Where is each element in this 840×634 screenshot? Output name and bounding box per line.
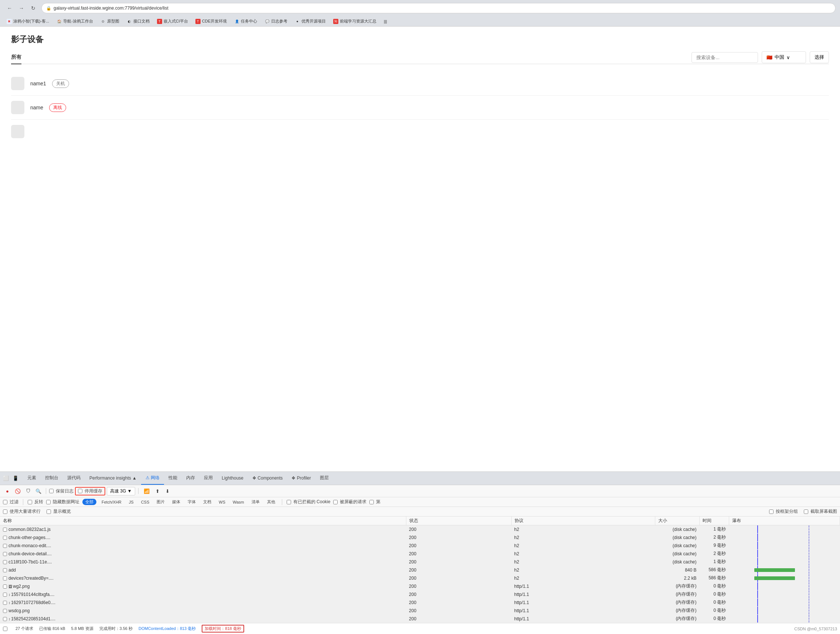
tab-performance-insights[interactable]: Performance insights ▲ [85,473,141,484]
filter-type-manifest[interactable]: 清单 [249,499,262,505]
tab-network[interactable]: ⚠ 网络 [141,472,164,485]
preserve-log-label[interactable]: 保留日志 [49,488,74,494]
tab-lighthouse[interactable]: Lighthouse [217,473,248,484]
tab-layers[interactable]: 图层 [316,472,333,485]
forward-button[interactable]: → [16,3,27,13]
back-button[interactable]: ← [5,3,15,13]
row-checkbox[interactable] [3,601,7,605]
download-icon[interactable]: ⬇ [163,488,172,495]
row-checkbox[interactable] [3,585,7,588]
disable-cache-label[interactable]: 停用缓存 [75,487,105,495]
network-table-container[interactable]: 名称 状态 协议 大小 时间 瀑布 common.08232ac1.js200h… [0,517,840,623]
tab-memory[interactable]: 内存 [182,472,199,485]
tab-console[interactable]: 控制台 [41,472,63,485]
table-row[interactable]: common.08232ac1.js200h2(disk cache)1 毫秒 [0,525,840,533]
large-rows-label[interactable]: 使用大量请求行 [3,508,41,515]
disable-cache-checkbox[interactable] [78,489,82,493]
bookmark-opensource[interactable]: ● 优秀开源项目 [292,18,328,25]
capture-screenshot-checkbox[interactable] [804,509,808,514]
bookmark-tasks[interactable]: 👤 任务中心 [232,18,259,25]
table-row[interactable]: ↕15825422085104d1....200http/1.1(内存缓存)0 … [0,615,840,623]
table-row[interactable]: c118f100-7bd1-11e....200h2(disk cache)1 … [0,558,840,566]
invert-label[interactable]: 反转 [28,499,43,505]
table-row[interactable]: devices?createdBy=....200h22.2 kB586 毫秒 [0,574,840,582]
third-party-label[interactable]: 第 [369,499,381,505]
tab-all[interactable]: 所有 [11,51,21,63]
row-checkbox[interactable] [3,544,7,548]
row-checkbox[interactable] [3,568,7,572]
table-row[interactable]: wsdcg.png200http/1.1(内存缓存)0 毫秒 [0,607,840,615]
network-speed-select[interactable]: 高速 3G ▼ [107,487,135,495]
table-row[interactable]: chunk-monaco-edit....200h2(disk cache)9 … [0,542,840,550]
preserve-log-checkbox[interactable] [49,489,54,493]
refresh-button[interactable]: ↻ [28,3,38,13]
bookmark-logs[interactable]: 💬 日志参考 [262,18,290,25]
country-select[interactable]: 🇨🇳 中国 ∨ [762,51,806,63]
element-picker-btn[interactable]: ⬜ [2,474,10,483]
row-checkbox[interactable] [3,609,7,613]
filter-type-other[interactable]: 其他 [265,499,278,505]
device-item[interactable]: name 离线 [11,96,829,120]
filter-type-ws[interactable]: WS [216,500,227,505]
blocked-cookie-checkbox[interactable] [287,500,291,504]
row-checkbox[interactable] [3,528,7,532]
row-checkbox[interactable] [3,617,7,621]
filter-type-fetch[interactable]: Fetch/XHR [99,500,124,505]
table-row[interactable]: chunk-device-detail....200h2(disk cache)… [0,550,840,558]
record-button[interactable]: ● [3,487,12,495]
tab-sources[interactable]: 源代码 [63,472,85,485]
show-overview-label[interactable]: 显示概览 [47,508,71,515]
invert-checkbox[interactable] [28,500,32,504]
table-row[interactable]: ↕162971072768d6e0....200http/1.1(内存缓存)0 … [0,599,840,607]
hide-data-url-label[interactable]: 隐藏数据网址 [46,499,79,505]
row-checkbox[interactable] [3,552,7,556]
device-mode-btn[interactable]: 📱 [11,474,20,483]
filter-checkbox[interactable] [3,500,7,504]
table-row[interactable]: 🖼wg2.png200http/1.1(内存缓存)0 毫秒 [0,582,840,590]
tab-components[interactable]: ❖ Components [248,473,287,484]
row-checkbox[interactable] [3,536,7,540]
bookmark-nav[interactable]: 🏠 导航-涂鸦工作台 [54,18,95,25]
bookmark-ci[interactable]: T 嵌入式CI平台 [155,18,190,25]
bookmark-frontend[interactable]: 知 前端学习资源大汇总 [331,18,379,25]
filter-type-img[interactable]: 图片 [155,499,167,505]
tab-elements[interactable]: 元素 [23,472,41,485]
upload-icon[interactable]: ⬆ [153,488,162,495]
bookmark-apidoc[interactable]: ◐ 接口文档 [125,18,152,25]
row-checkbox[interactable] [3,560,7,564]
group-by-frame-checkbox[interactable] [769,509,774,514]
group-by-frame-label[interactable]: 按框架分组 [769,508,798,515]
tab-performance[interactable]: 性能 [164,472,182,485]
search-button[interactable]: 🔍 [34,487,43,495]
large-rows-checkbox[interactable] [3,509,7,514]
row-checkbox[interactable] [3,593,7,597]
filter-type-media[interactable]: 媒体 [170,499,183,505]
wifi-icon[interactable]: 📶 [142,488,152,495]
filter-label[interactable]: 过滤 [3,499,19,505]
filter-type-js[interactable]: JS [127,500,136,505]
tab-application[interactable]: 应用 [199,472,217,485]
show-overview-checkbox[interactable] [47,509,51,514]
bookmark-cde[interactable]: T CDE开发环境 [193,18,229,25]
blocked-requests-label[interactable]: 被屏蔽的请求 [333,499,366,505]
stop-button[interactable]: 🚫 [13,487,22,495]
blocked-requests-checkbox[interactable] [333,500,338,504]
hide-data-url-checkbox[interactable] [46,500,51,504]
address-bar[interactable]: 🔒 galaxy-virtual.fast-inside.wgine.com:7… [41,3,835,13]
filter-type-css[interactable]: CSS [139,500,152,505]
blocked-cookie-label[interactable]: 有已拦截的 Cookie [287,499,331,505]
bookmark-prototype[interactable]: ⊙ 原型图 [98,18,122,25]
search-input[interactable] [692,52,758,63]
bookmark-more[interactable]: ||| [382,19,389,24]
tab-profiler[interactable]: ❖ Profiler [287,473,315,484]
third-party-checkbox[interactable] [369,500,374,504]
table-row[interactable]: add200h2840 B586 毫秒 [0,566,840,574]
table-row[interactable]: chunk-other-pages....200h2(disk cache)2 … [0,533,840,542]
filter-type-font[interactable]: 字体 [185,499,198,505]
requests-checkbox[interactable] [3,627,7,631]
filter-button[interactable]: ⛉ [24,487,33,495]
filter-type-doc[interactable]: 文档 [201,499,213,505]
filter-type-wasm[interactable]: Wasm [231,500,246,505]
table-row[interactable]: ↕1557910144clltxgfa....200http/1.1(内存缓存)… [0,590,840,599]
row-checkbox[interactable] [3,576,7,580]
